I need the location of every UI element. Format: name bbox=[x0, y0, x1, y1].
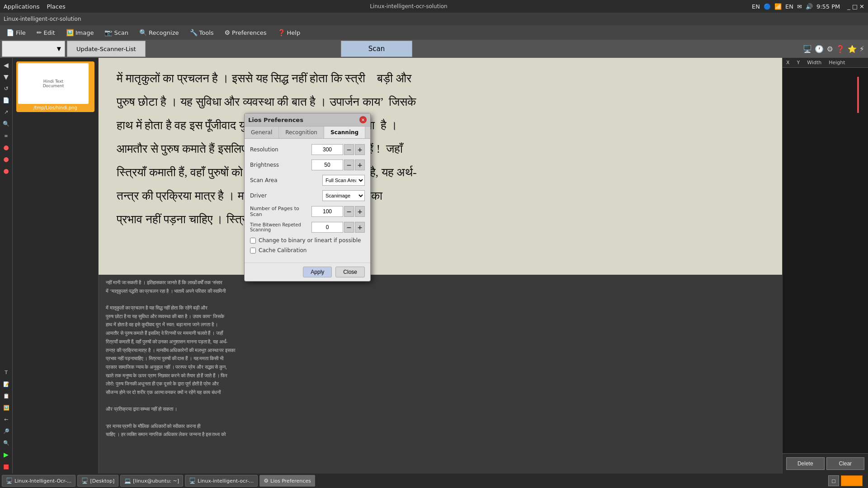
width-label: Width bbox=[807, 60, 821, 66]
toolbar-icon-4[interactable]: ❓ bbox=[836, 45, 845, 53]
toolbar-icon-3[interactable]: ⚙️ bbox=[826, 45, 833, 53]
time-between-input[interactable] bbox=[311, 222, 343, 233]
time-between-decrement[interactable]: − bbox=[344, 222, 354, 233]
change-binary-checkbox[interactable] bbox=[250, 238, 256, 244]
tool-zoom-in2[interactable]: 🔍 bbox=[1, 437, 12, 448]
taskbar-item-ocr1[interactable]: 🖥️ Linux-Intelligent-Ocr-... bbox=[2, 475, 75, 487]
brightness-input[interactable] bbox=[311, 160, 343, 170]
menu-preferences-label: Preferences bbox=[232, 29, 266, 36]
toolbar-icon-2[interactable]: 🕐 bbox=[815, 45, 824, 53]
tool-stop[interactable]: ■ bbox=[1, 461, 12, 472]
resolution-decrement[interactable]: − bbox=[344, 144, 354, 155]
right-action-buttons: Delete Clear bbox=[783, 453, 868, 474]
num-pages-decrement[interactable]: − bbox=[344, 206, 354, 217]
menu-recognize[interactable]: 🔍 Recognize bbox=[135, 27, 183, 38]
tool-share[interactable]: ↗ bbox=[1, 107, 12, 117]
resolution-row: Resolution − + bbox=[250, 144, 365, 155]
tool-text1[interactable]: T bbox=[1, 367, 12, 378]
thumbnail-label: /tmp/Lios/hindi.png bbox=[18, 105, 93, 110]
driver-control: Scanimage SANE bbox=[322, 190, 365, 201]
taskbar-notification[interactable] bbox=[841, 475, 863, 486]
menu-scan[interactable]: 📷 Scan bbox=[100, 27, 133, 38]
wifi-icon: 📶 bbox=[774, 3, 782, 10]
volume-icon: 🔊 bbox=[806, 3, 813, 10]
menu-preferences[interactable]: ⚙️ Preferences bbox=[220, 27, 271, 38]
close-dialog-button[interactable]: Close bbox=[335, 267, 365, 277]
clock: 9:55 PM bbox=[816, 3, 840, 10]
menu-edit[interactable]: ✏️ Edit bbox=[32, 27, 60, 38]
cache-calibration-checkbox[interactable] bbox=[250, 248, 256, 253]
help-icon: ❓ bbox=[278, 29, 285, 36]
places-menu[interactable]: Places bbox=[47, 3, 65, 10]
time-between-increment[interactable]: + bbox=[355, 222, 365, 233]
content-area[interactable]: में मातृकुलों का प्रचलन है । इससे यह सिद… bbox=[99, 58, 782, 474]
driver-label: Driver bbox=[250, 192, 295, 199]
delete-button[interactable]: Delete bbox=[786, 457, 825, 470]
driver-select[interactable]: Scanimage SANE bbox=[322, 190, 365, 201]
taskbar-show-desktop[interactable]: □ bbox=[828, 475, 839, 486]
toolbar-icon-5[interactable]: ⭐ bbox=[848, 45, 857, 53]
tool-rotate[interactable]: ↺ bbox=[1, 83, 12, 94]
scan-area-select[interactable]: Full Scan Area Custom bbox=[322, 175, 365, 186]
tool-zoom-out[interactable]: 🔎 bbox=[1, 426, 12, 436]
toolbar-icon-6[interactable]: ⚡ bbox=[859, 45, 864, 53]
menu-tools[interactable]: 🔧 Tools bbox=[185, 27, 218, 38]
tool-page[interactable]: 📄 bbox=[1, 95, 12, 106]
change-binary-row: Change to binary or lineart if possible bbox=[250, 237, 365, 244]
update-scanner-list-button[interactable]: Update-Scanner-List bbox=[67, 41, 146, 57]
menu-image-label: Image bbox=[75, 29, 94, 36]
resolution-increment[interactable]: + bbox=[355, 144, 365, 155]
left-sidebar: Hindi TextDocument /tmp/Lios/hindi.png bbox=[13, 58, 99, 474]
toolbar-icon-1[interactable]: 🖥️ bbox=[803, 45, 812, 53]
tool-down[interactable]: ▼ bbox=[1, 71, 12, 82]
tool-color2[interactable]: ● bbox=[1, 154, 12, 164]
taskbar-item-ocr2[interactable]: 🖥️ Linux-intelligent-ocr-... bbox=[185, 475, 258, 487]
applications-menu[interactable]: Applications bbox=[4, 3, 39, 10]
num-pages-input[interactable] bbox=[311, 206, 343, 217]
preferences-dialog: Lios Preferences ✕ General Recognition S… bbox=[244, 113, 371, 282]
y-coord-label: Y bbox=[797, 60, 800, 66]
tool-scroll[interactable]: ≡ bbox=[1, 130, 12, 141]
time-between-label: Time Bitween Repeted Scanning bbox=[250, 222, 311, 232]
menu-image[interactable]: 🖼️ Image bbox=[61, 27, 99, 38]
menu-help[interactable]: ❓ Help bbox=[273, 27, 305, 38]
app-title-label: Linux-intelligent-ocr-solution bbox=[4, 16, 81, 22]
tool-zoom-in[interactable]: 🔍 bbox=[1, 118, 12, 129]
tool-text2[interactable]: 📝 bbox=[1, 379, 12, 389]
resolution-input[interactable] bbox=[311, 144, 343, 155]
minimize-btn[interactable]: _ bbox=[847, 3, 850, 10]
window-controls[interactable]: _ □ ✕ bbox=[847, 3, 864, 10]
tool-image[interactable]: 🖼️ bbox=[1, 402, 12, 413]
tool-play[interactable]: ▶ bbox=[1, 449, 12, 460]
bluetooth-icon: 🔵 bbox=[764, 3, 771, 10]
tab-general[interactable]: General bbox=[245, 127, 279, 138]
menu-file[interactable]: 📄 File bbox=[2, 27, 30, 38]
tool-color3[interactable]: ● bbox=[1, 165, 12, 176]
clear-button[interactable]: Clear bbox=[826, 457, 865, 470]
dialog-close-button[interactable]: ✕ bbox=[359, 116, 367, 123]
tool-text3[interactable]: 📋 bbox=[1, 390, 12, 401]
system-bar-right: EN 🔵 📶 EN ✉ 🔊 9:55 PM _ □ ✕ bbox=[752, 3, 864, 10]
maximize-btn[interactable]: □ bbox=[852, 3, 858, 10]
close-btn[interactable]: ✕ bbox=[859, 3, 864, 10]
scan-button[interactable]: Scan bbox=[341, 41, 412, 57]
dialog-body: Resolution − + Brightness − + Scan Area … bbox=[245, 139, 370, 263]
thumbnail-item[interactable]: Hindi TextDocument /tmp/Lios/hindi.png bbox=[16, 61, 94, 112]
show-desktop-icon: □ bbox=[831, 479, 835, 483]
taskbar-item-lios-prefs[interactable]: ⚙️ Lios Preferences bbox=[259, 475, 315, 487]
brightness-decrement[interactable]: − bbox=[344, 160, 354, 170]
tab-scanning[interactable]: Scanning bbox=[324, 127, 365, 138]
tool-color1[interactable]: ● bbox=[1, 142, 12, 153]
taskbar-ocr1-label: Linux-Intelligent-Ocr-... bbox=[14, 478, 71, 484]
tab-recognition[interactable]: Recognition bbox=[279, 127, 324, 138]
tool-arrow-left[interactable]: ← bbox=[1, 414, 12, 425]
apply-button[interactable]: Apply bbox=[303, 267, 332, 277]
taskbar-item-terminal[interactable]: 💻 [linux@ubuntu: ~] bbox=[120, 475, 183, 487]
brightness-increment[interactable]: + bbox=[355, 160, 365, 170]
num-pages-increment[interactable]: + bbox=[355, 206, 365, 217]
taskbar-item-desktop[interactable]: 🖥️ [Desktop] bbox=[77, 475, 118, 487]
tool-nav-left[interactable]: ◀ bbox=[1, 60, 12, 70]
hindi-text-content: में मातृकुलों का प्रचलन है । इससे यह सिद… bbox=[99, 58, 782, 275]
scanner-dropdown[interactable]: ▼ bbox=[2, 41, 65, 57]
menu-help-label: Help bbox=[287, 29, 301, 36]
